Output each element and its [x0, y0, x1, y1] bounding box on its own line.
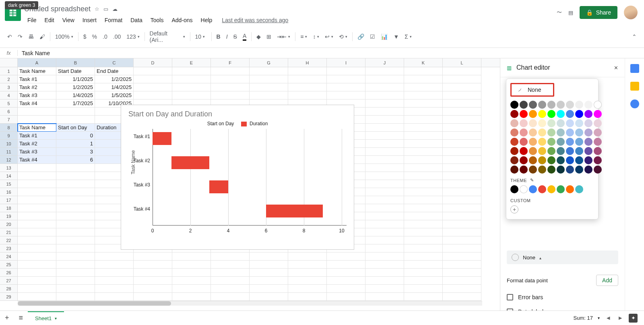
cell[interactable]	[18, 277, 56, 285]
row-header[interactable]: 17	[0, 196, 18, 204]
color-swatch[interactable]	[584, 101, 592, 109]
cell[interactable]	[172, 261, 211, 269]
cell[interactable]	[443, 140, 481, 148]
color-swatch[interactable]	[538, 119, 546, 127]
cell[interactable]	[56, 212, 95, 220]
cell[interactable]	[288, 285, 327, 293]
cell[interactable]	[404, 180, 443, 188]
cell[interactable]	[56, 293, 95, 301]
cell[interactable]	[95, 261, 134, 269]
bar-segment[interactable]	[266, 205, 323, 217]
cell[interactable]	[365, 244, 404, 253]
cell[interactable]: 1/4/2025	[95, 83, 134, 91]
cell[interactable]	[18, 220, 56, 228]
cell[interactable]	[288, 67, 327, 75]
theme-swatch[interactable]	[520, 185, 528, 193]
cell[interactable]	[95, 277, 134, 285]
cell[interactable]: 0	[56, 132, 95, 140]
theme-swatch[interactable]	[529, 185, 537, 193]
cell[interactable]: Task Name	[18, 67, 56, 75]
cell[interactable]	[443, 244, 481, 253]
color-swatch[interactable]	[575, 119, 583, 127]
color-swatch[interactable]	[520, 138, 528, 146]
cell[interactable]	[56, 108, 95, 116]
cell[interactable]	[443, 196, 481, 204]
color-swatch[interactable]	[584, 119, 592, 127]
cell[interactable]	[56, 261, 95, 269]
cell[interactable]	[172, 277, 211, 285]
column-header[interactable]: J	[365, 58, 404, 67]
row-header[interactable]: 2	[0, 75, 18, 83]
cell[interactable]	[404, 204, 443, 212]
color-swatch[interactable]	[510, 128, 518, 137]
color-swatch[interactable]	[594, 128, 602, 137]
cell[interactable]	[404, 156, 443, 164]
color-swatch[interactable]	[510, 110, 518, 118]
cell[interactable]	[250, 67, 288, 75]
collapse-toolbar-button[interactable]: ⌃	[630, 31, 639, 42]
cell[interactable]	[250, 83, 288, 91]
cell[interactable]	[365, 204, 404, 212]
color-swatch[interactable]	[575, 110, 583, 118]
color-swatch[interactable]	[538, 110, 546, 118]
cell[interactable]	[134, 269, 172, 277]
cell[interactable]	[211, 293, 250, 301]
cell[interactable]	[18, 172, 56, 180]
calendar-addon-icon[interactable]	[630, 64, 639, 73]
row-header[interactable]: 19	[0, 212, 18, 220]
color-swatch[interactable]	[510, 119, 518, 127]
color-swatch[interactable]	[575, 138, 583, 146]
color-swatch[interactable]	[510, 147, 518, 155]
cell[interactable]	[443, 269, 481, 277]
color-swatch[interactable]	[529, 110, 537, 118]
cell[interactable]: Task #2	[18, 83, 56, 91]
color-swatch[interactable]	[538, 156, 546, 164]
row-header[interactable]: 21	[0, 228, 18, 236]
avatar[interactable]	[624, 6, 638, 19]
row-header[interactable]: 7	[0, 116, 18, 124]
cell[interactable]	[404, 172, 443, 180]
color-swatch[interactable]	[520, 147, 528, 155]
cell[interactable]	[443, 116, 481, 124]
cell[interactable]	[404, 148, 443, 156]
cell[interactable]: Task Name	[18, 124, 56, 132]
cell[interactable]	[404, 124, 443, 132]
color-swatch[interactable]	[566, 101, 574, 109]
cell[interactable]	[443, 91, 481, 99]
row-header[interactable]: 18	[0, 204, 18, 212]
cell[interactable]	[288, 75, 327, 83]
cell[interactable]	[443, 236, 481, 244]
cell[interactable]	[56, 116, 95, 124]
cell[interactable]	[211, 253, 250, 261]
cell[interactable]	[95, 293, 134, 301]
row-header[interactable]: 13	[0, 164, 18, 172]
cell[interactable]	[172, 91, 211, 99]
merge-button[interactable]: ⇥⇤	[275, 31, 293, 42]
cell[interactable]	[443, 212, 481, 220]
menu-insert[interactable]: Insert	[79, 16, 100, 25]
cell[interactable]	[365, 156, 404, 164]
cell[interactable]: 3	[56, 148, 95, 156]
cell[interactable]	[211, 91, 250, 99]
cell[interactable]	[56, 236, 95, 244]
cell[interactable]	[95, 285, 134, 293]
cell[interactable]	[404, 277, 443, 285]
cell[interactable]	[443, 261, 481, 269]
cell[interactable]	[365, 99, 404, 108]
color-swatch[interactable]	[529, 138, 537, 146]
cell[interactable]	[327, 253, 365, 261]
column-header[interactable]: G	[250, 58, 288, 67]
cell[interactable]	[365, 196, 404, 204]
cell[interactable]	[443, 75, 481, 83]
color-swatch[interactable]	[520, 128, 528, 137]
row-header[interactable]: 24	[0, 253, 18, 261]
column-header[interactable]: D	[134, 58, 172, 67]
cell[interactable]	[134, 261, 172, 269]
cell[interactable]	[404, 99, 443, 108]
color-swatch[interactable]	[575, 101, 583, 109]
column-header[interactable]: E	[172, 58, 211, 67]
cell[interactable]	[288, 277, 327, 285]
cell[interactable]	[288, 293, 327, 301]
cell[interactable]	[365, 253, 404, 261]
menu-format[interactable]: Format	[101, 16, 126, 25]
